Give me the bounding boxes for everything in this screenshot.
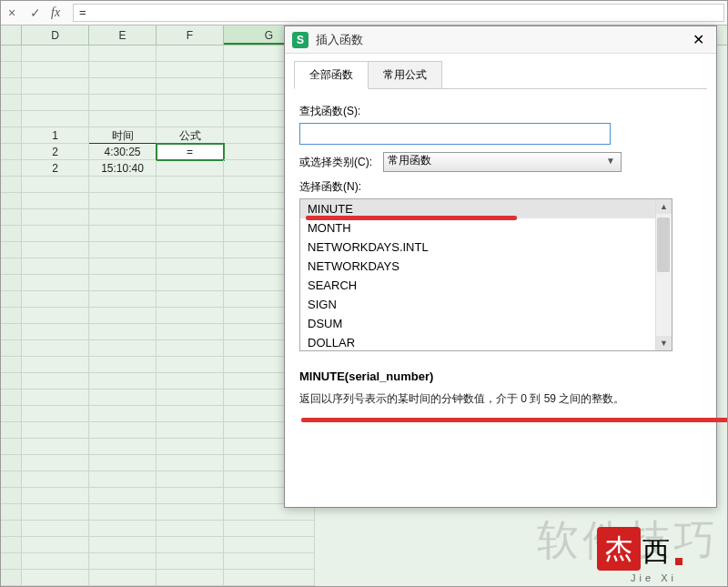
app-icon: S bbox=[292, 32, 308, 48]
function-item[interactable]: SEARCH bbox=[300, 276, 655, 295]
formula-input[interactable] bbox=[73, 4, 724, 22]
function-item[interactable]: MONTH bbox=[300, 218, 655, 238]
search-function-input[interactable] bbox=[299, 123, 611, 145]
select-function-label: 选择函数(N): bbox=[299, 179, 702, 195]
cell[interactable]: 2 bbox=[22, 144, 89, 160]
watermark-stamp: 杰 西 bbox=[597, 527, 682, 571]
cell[interactable]: 2 bbox=[22, 160, 89, 177]
function-item[interactable]: DOLLAR bbox=[300, 333, 655, 350]
scroll-down-icon[interactable]: ▼ bbox=[656, 336, 672, 350]
tab-all-functions[interactable]: 全部函数 bbox=[294, 61, 369, 89]
function-list[interactable]: MINUTE MONTH NETWORKDAYS.INTL NETWORKDAY… bbox=[299, 198, 672, 351]
function-item[interactable]: NETWORKDAYS.INTL bbox=[300, 238, 655, 257]
active-cell[interactable]: = bbox=[157, 144, 224, 160]
formula-bar: × ✓ fx bbox=[0, 0, 728, 25]
function-signature: MINUTE(serial_number) bbox=[299, 369, 702, 383]
search-label: 查找函数(S): bbox=[299, 104, 702, 119]
cell[interactable]: 时间 bbox=[89, 127, 157, 144]
col-header-f[interactable]: F bbox=[157, 25, 224, 45]
function-description: 返回以序列号表示的某时间的分钟数值，介于 0 到 59 之间的整数。 bbox=[299, 390, 702, 408]
dialog-titlebar[interactable]: S 插入函数 ✕ bbox=[285, 26, 716, 54]
function-item[interactable]: NETWORKDAYS bbox=[300, 257, 655, 276]
close-icon[interactable]: ✕ bbox=[687, 29, 709, 51]
category-select[interactable]: 常用函数 bbox=[383, 152, 622, 172]
stamp-box: 杰 bbox=[597, 527, 641, 571]
tab-panel: 查找函数(S): 或选择类别(C): 常用函数 选择函数(N): MINUTE … bbox=[294, 88, 707, 417]
stamp-dot-icon bbox=[675, 558, 682, 565]
col-header-d[interactable]: D bbox=[22, 25, 89, 45]
cell[interactable] bbox=[157, 160, 224, 177]
category-label: 或选择类别(C): bbox=[299, 155, 372, 170]
stamp-text: 西 bbox=[642, 533, 670, 571]
cell[interactable]: 4:30:25 bbox=[89, 144, 157, 160]
dialog-tabs: 全部函数 常用公式 bbox=[285, 54, 716, 89]
insert-function-dialog: S 插入函数 ✕ 全部函数 常用公式 查找函数(S): 或选择类别(C): 常用… bbox=[284, 25, 717, 508]
cancel-icon[interactable]: × bbox=[4, 5, 20, 21]
cell[interactable]: 公式 bbox=[157, 127, 224, 144]
scrollbar[interactable]: ▲ ▼ bbox=[655, 199, 672, 350]
fx-label[interactable]: fx bbox=[51, 5, 60, 20]
confirm-icon[interactable]: ✓ bbox=[27, 5, 44, 21]
col-header-e[interactable]: E bbox=[89, 25, 157, 45]
cell[interactable]: 15:10:40 bbox=[89, 160, 157, 177]
annotation-underline bbox=[306, 216, 517, 220]
scroll-thumb[interactable] bbox=[657, 218, 670, 272]
stamp-subtitle: Jie Xi bbox=[631, 572, 677, 583]
tab-common-formulas[interactable]: 常用公式 bbox=[368, 61, 442, 89]
function-item[interactable]: DSUM bbox=[300, 314, 655, 333]
annotation-underline bbox=[301, 418, 728, 422]
dialog-title: 插入函数 bbox=[316, 32, 687, 48]
scroll-up-icon[interactable]: ▲ bbox=[656, 199, 672, 214]
cell[interactable]: 1 bbox=[22, 127, 89, 144]
function-item[interactable]: SIGN bbox=[300, 295, 655, 314]
select-all-corner[interactable] bbox=[0, 25, 22, 45]
